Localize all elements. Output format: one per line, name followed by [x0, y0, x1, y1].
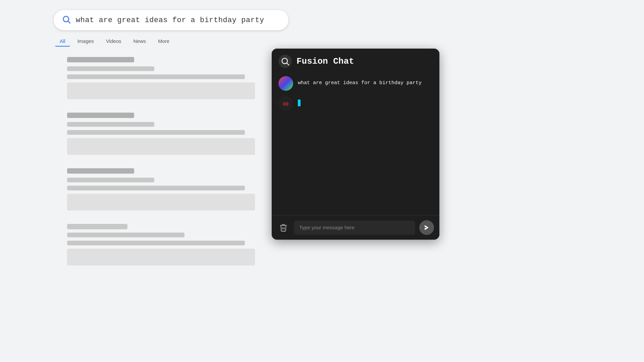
tab-videos[interactable]: Videos: [101, 36, 126, 47]
svg-line-1: [68, 21, 70, 23]
tab-more[interactable]: More: [153, 36, 174, 47]
chat-header: Fusion Chat: [272, 49, 439, 73]
skeleton-title: [67, 113, 134, 118]
chat-messages: what are great ideas for a birthday part…: [272, 73, 439, 215]
chat-title: Fusion Chat: [297, 56, 354, 66]
result-block: [67, 224, 265, 265]
tab-images[interactable]: Images: [73, 36, 99, 47]
ai-message: ∞: [278, 96, 433, 111]
user-avatar: [278, 76, 293, 91]
skeleton-title: [67, 57, 134, 62]
svg-marker-4: [425, 225, 429, 230]
skeleton-line: [67, 66, 154, 71]
skeleton-block: [67, 194, 255, 210]
skeleton-line: [67, 130, 245, 135]
infinity-icon: ∞: [283, 100, 288, 108]
skeleton-block: [67, 82, 255, 99]
result-block: [67, 57, 265, 99]
svg-point-0: [63, 16, 69, 22]
fusion-chat-icon: [278, 55, 292, 68]
search-area: what are great ideas for a birthday part…: [54, 10, 288, 47]
skeleton-title: [67, 224, 127, 229]
skeleton-line: [67, 186, 245, 190]
search-bar[interactable]: what are great ideas for a birthday part…: [54, 10, 288, 30]
ai-avatar: ∞: [278, 96, 293, 111]
search-icon: [62, 15, 71, 25]
chat-footer: Type your message here: [272, 215, 439, 240]
skeleton-title: [67, 168, 134, 174]
user-message-text: what are great ideas for a birthday part…: [298, 76, 422, 87]
send-button[interactable]: [419, 220, 434, 235]
svg-line-3: [287, 63, 289, 65]
skeleton-line: [67, 74, 245, 79]
ai-message-text: [298, 96, 301, 107]
result-block: [67, 113, 265, 155]
skeleton-block: [67, 249, 255, 265]
message-input[interactable]: Type your message here: [294, 221, 415, 235]
typing-cursor: [298, 100, 301, 106]
skeleton-line: [67, 233, 184, 237]
skeleton-line: [67, 241, 245, 245]
skeleton-line: [67, 178, 154, 182]
search-results: [67, 57, 265, 279]
tab-all[interactable]: All: [55, 36, 70, 47]
skeleton-block: [67, 138, 255, 155]
message-placeholder: Type your message here: [299, 225, 355, 230]
nav-tabs: All Images Videos News More: [54, 36, 288, 47]
clear-chat-button[interactable]: [277, 221, 290, 234]
tab-news[interactable]: News: [128, 36, 151, 47]
skeleton-line: [67, 122, 154, 127]
user-message: what are great ideas for a birthday part…: [278, 76, 433, 91]
search-query-text: what are great ideas for a birthday part…: [76, 16, 264, 24]
fusion-chat-panel: Fusion Chat what are great ideas for a b…: [272, 49, 439, 240]
svg-point-2: [282, 58, 287, 64]
result-block: [67, 168, 265, 210]
